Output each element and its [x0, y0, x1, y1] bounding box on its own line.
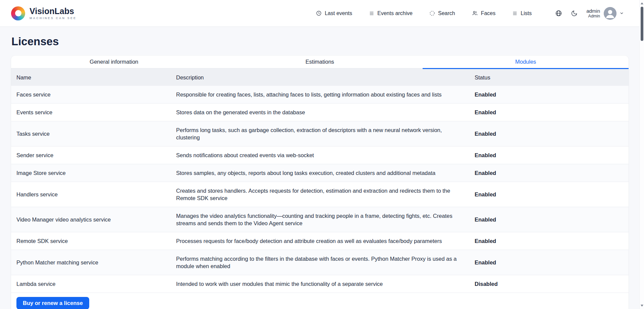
cell-description: Intended to work with user modules that … — [176, 280, 475, 288]
table-row: Python Matcher matching service Performs… — [11, 250, 629, 275]
cell-name: Events service — [16, 109, 176, 116]
nav-label: Events archive — [377, 10, 413, 16]
table-row: Lambda service Intended to work with use… — [11, 275, 629, 293]
cell-description: Sends notifications about created events… — [176, 151, 475, 159]
user-names: admin Admin — [586, 8, 600, 19]
buy-license-button[interactable]: Buy or renew a license — [16, 297, 89, 309]
clock-icon — [316, 10, 322, 16]
tab-general-information[interactable]: General information — [11, 56, 217, 69]
cell-name: Image Store service — [16, 170, 176, 176]
cell-description: Processes requests for face/body detecti… — [176, 237, 475, 245]
nav-events-archive[interactable]: Events archive — [369, 10, 413, 16]
nav-lists[interactable]: Lists — [512, 10, 532, 16]
page-title: Licenses — [11, 35, 629, 48]
nav-label: Search — [438, 10, 455, 16]
main-content: Licenses General information Estimations… — [0, 35, 644, 309]
table-row: Handlers service Creates and stores hand… — [11, 182, 629, 207]
brand-tagline: MACHINES CAN SEE — [30, 16, 76, 20]
table-row: Sender service Sends notifications about… — [11, 146, 629, 164]
moon-icon — [571, 10, 578, 17]
avatar — [604, 7, 616, 20]
nav-items: Last events Events archive Search Faces — [316, 10, 532, 16]
cell-description: Stores samples, any objects, reports abo… — [176, 169, 475, 177]
list-icon — [369, 11, 374, 16]
cell-status status-badge: Enabled — [475, 91, 623, 98]
table-row: Faces service Responsible for creating f… — [11, 86, 629, 104]
cell-description: Stores data on the generated events in t… — [176, 109, 475, 116]
cell-status status-badge: Enabled — [475, 259, 623, 266]
language-globe-button[interactable] — [555, 10, 562, 17]
nav-search[interactable]: Search — [429, 10, 455, 16]
tab-bar: General information Estimations Modules — [11, 56, 629, 69]
cell-description: Creates and stores handlers. Accepts req… — [176, 187, 475, 202]
cell-status status-badge: Enabled — [475, 170, 623, 176]
cell-status status-badge: Disabled — [475, 281, 623, 287]
brand-text: VisionLabs MACHINES CAN SEE — [30, 7, 76, 20]
nav-last-events[interactable]: Last events — [316, 10, 352, 16]
cell-status status-badge: Enabled — [475, 238, 623, 244]
table-body: Faces service Responsible for creating f… — [11, 86, 629, 293]
list-icon — [512, 11, 518, 16]
cell-status status-badge: Enabled — [475, 131, 623, 137]
scroll-up-arrow-icon[interactable] — [640, 1, 644, 6]
brand-name: VisionLabs — [30, 7, 76, 15]
top-nav: Last events Events archive Search Faces — [316, 7, 624, 20]
cell-status status-badge: Enabled — [475, 217, 623, 223]
people-icon — [472, 10, 478, 16]
cell-name: Sender service — [16, 152, 176, 159]
table-row: Events service Stores data on the genera… — [11, 104, 629, 121]
tab-modules[interactable]: Modules — [423, 56, 629, 69]
cell-name: Tasks service — [16, 131, 176, 137]
card-footer: Buy or renew a license — [11, 293, 629, 309]
dashed-circle-icon — [429, 10, 435, 16]
table-row: Image Store service Stores samples, any … — [11, 164, 629, 182]
cell-description: Responsible for creating faces, lists, a… — [176, 91, 475, 98]
chevron-down-icon — [620, 11, 624, 15]
cell-description: Manages the video analytics functionalit… — [176, 212, 475, 227]
nav-label: Lists — [521, 10, 532, 16]
cell-name: Python Matcher matching service — [16, 259, 176, 266]
dark-mode-button[interactable] — [571, 10, 578, 17]
licenses-card: General information Estimations Modules … — [11, 56, 629, 309]
user-name: admin — [586, 8, 600, 14]
scrollbar-thumb[interactable] — [641, 7, 643, 41]
cell-name: Faces service — [16, 91, 176, 98]
cell-description: Performs long tasks, such as garbage col… — [176, 126, 475, 141]
cell-status status-badge: Enabled — [475, 152, 623, 159]
scrollbar[interactable] — [639, 0, 644, 309]
table-header: Name Description Status — [11, 69, 629, 86]
table-row: Video Manager video analytics service Ma… — [11, 207, 629, 232]
cell-name: Video Manager video analytics service — [16, 217, 176, 223]
cell-status status-badge: Enabled — [475, 109, 623, 116]
column-header-status: Status — [475, 74, 623, 81]
brand-logo[interactable]: VisionLabs MACHINES CAN SEE — [11, 6, 76, 20]
cell-status status-badge: Enabled — [475, 191, 623, 198]
nav-faces[interactable]: Faces — [472, 10, 496, 16]
globe-icon — [555, 10, 562, 17]
column-header-description: Description — [176, 74, 475, 81]
column-header-name: Name — [16, 74, 176, 81]
app-header: VisionLabs MACHINES CAN SEE Last events … — [0, 0, 644, 27]
cell-description: Performs matching according to the filte… — [176, 255, 475, 270]
cell-name: Remote SDK service — [16, 238, 176, 244]
scroll-down-arrow-icon[interactable] — [640, 303, 644, 308]
nav-label: Last events — [325, 10, 352, 16]
tab-estimations[interactable]: Estimations — [217, 56, 423, 69]
table-row: Tasks service Performs long tasks, such … — [11, 121, 629, 146]
cell-name: Lambda service — [16, 281, 176, 287]
nav-label: Faces — [481, 10, 496, 16]
visionlabs-logo-icon — [11, 6, 25, 20]
table-row: Remote SDK service Processes requests fo… — [11, 232, 629, 250]
user-role: Admin — [586, 14, 600, 18]
user-menu[interactable]: admin Admin — [586, 7, 624, 20]
cell-name: Handlers service — [16, 191, 176, 198]
